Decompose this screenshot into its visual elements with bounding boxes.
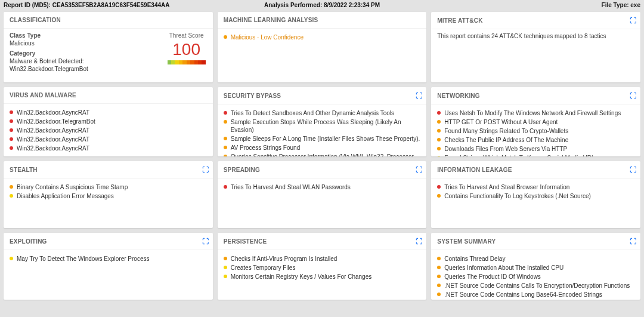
card-classification: CLASSIFICATION Class Type Malicious Cate… — [4, 12, 213, 82]
leak-list: Tries To Harvest And Steal Browser Infor… — [437, 183, 634, 200]
card-title: SECURITY BYPASS — [224, 93, 281, 99]
severity-dot — [224, 35, 227, 39]
list-item: Win32.Backdoor.AsyncRAT — [10, 109, 207, 116]
list-item: Checks The Public IP Address Of The Mach… — [437, 136, 634, 144]
expand-icon[interactable]: ⛶ — [416, 92, 420, 99]
severity-dot — [10, 185, 13, 189]
card-ml-analysis: MACHINE LEARNING ANALYSIS Malicious - Lo… — [218, 12, 427, 82]
card-title: SPREADING — [224, 167, 260, 173]
severity-dot — [224, 275, 227, 278]
list-item: Binary Contains A Suspicious Time Stamp — [10, 183, 207, 191]
list-item: Uses Netsh To Modify The Windows Network… — [437, 109, 634, 117]
severity-dot — [10, 137, 13, 141]
expand-icon[interactable]: ⛶ — [630, 17, 634, 24]
card-persistence: PERSISTENCE ⛶ Checks If Anti-Virus Progr… — [218, 233, 427, 300]
list-item-text: Checks If Anti-Virus Program Is Installe… — [231, 255, 338, 263]
expand-icon[interactable]: ⛶ — [630, 166, 634, 173]
severity-dot — [10, 128, 13, 132]
card-stealth: STEALTH ⛶ Binary Contains A Suspicious T… — [4, 161, 213, 228]
list-item: Disables Application Error Messages — [10, 192, 207, 200]
expand-icon[interactable]: ⛶ — [630, 92, 634, 99]
card-title: MACHINE LEARNING ANALYSIS — [224, 17, 318, 23]
list-item: Sample Sleeps For A Long Time (Installer… — [224, 135, 421, 143]
severity-dot — [224, 155, 227, 156]
list-item-text: Uses Netsh To Modify The Windows Network… — [444, 109, 621, 117]
card-title: CLASSIFICATION — [10, 17, 61, 23]
list-item: Malicious - Low Confidence — [224, 33, 421, 41]
list-item-text: Queries Sensitive Processor Information … — [231, 153, 421, 156]
threat-score: Threat Score 100 — [168, 32, 206, 64]
persist-list: Checks If Anti-Virus Program Is Installe… — [224, 255, 421, 281]
severity-dot — [10, 146, 13, 150]
severity-dot — [224, 111, 227, 115]
expand-icon[interactable]: ⛶ — [202, 238, 207, 245]
list-item-text: Win32.Backdoor.AsyncRAT — [17, 127, 89, 134]
expand-icon[interactable]: ⛶ — [202, 166, 207, 173]
card-title: STEALTH — [10, 167, 38, 173]
severity-dot — [437, 147, 441, 150]
severity-dot — [224, 266, 227, 269]
severity-dot — [437, 257, 441, 260]
list-item-text: Win32.Backdoor.AsyncRAT — [17, 136, 89, 143]
severity-dot — [437, 156, 441, 156]
list-item-text: Binary Contains A Suspicious Time Stamp — [17, 183, 128, 191]
list-item-text: Queries Information About The Installed … — [444, 264, 564, 272]
stealth-list: Binary Contains A Suspicious Time StampD… — [10, 183, 207, 200]
list-item-text: .NET Source Code Contains Long Base64-En… — [444, 291, 602, 298]
expand-icon[interactable]: ⛶ — [416, 238, 420, 245]
list-item-text: Win32.Backdoor.AsyncRAT — [17, 144, 89, 152]
ml-list: Malicious - Low Confidence — [224, 33, 421, 41]
severity-dot — [437, 284, 441, 287]
list-item: Win32.Backdoor.AsyncRAT — [10, 144, 207, 152]
card-title: VIRUS AND MALWARE — [10, 92, 76, 99]
list-item: Creates Temporary Files — [224, 264, 421, 272]
list-item-text: Queries The Product ID Of Windows — [444, 273, 541, 281]
list-item-text: .NET Source Code Contains Calls To Encry… — [444, 282, 630, 290]
list-item: Tries To Harvest And Steal Browser Infor… — [437, 183, 634, 191]
list-item-text: Win32.Backdoor.TelegramBot — [17, 118, 95, 125]
list-item-text: Malicious - Low Confidence — [231, 33, 304, 41]
threat-score-bar — [168, 60, 206, 64]
list-item-text: Found Many Strings Related To Crypto-Wal… — [444, 127, 568, 135]
card-title: NETWORKING — [437, 93, 479, 99]
list-item: Tries To Detect Sandboxes And Other Dyna… — [224, 109, 421, 117]
card-virus-malware: VIRUS AND MALWARE Win32.Backdoor.AsyncRA… — [4, 87, 213, 156]
report-id: Report ID (MD5): CEA5353EF5B2A8A19C63F54… — [4, 2, 169, 8]
severity-dot — [437, 129, 441, 133]
card-system-summary: SYSTEM SUMMARY ⛶ Contains Thread DelayQu… — [431, 233, 640, 300]
severity-dot — [437, 266, 441, 269]
list-item-text: Monitors Certain Registry Keys / Values … — [231, 273, 372, 281]
card-title: MITRE ATT&CK — [437, 17, 482, 24]
spreading-list: Tries To Harvest And Steal WLAN Password… — [224, 183, 421, 191]
list-item-text: AV Process Strings Found — [231, 144, 301, 152]
card-networking: NETWORKING ⛶ Uses Netsh To Modify The Wi… — [431, 87, 640, 156]
list-item-text: Tries To Harvest And Steal WLAN Password… — [231, 183, 351, 191]
threat-score-label: Threat Score — [168, 32, 206, 39]
severity-dot — [437, 275, 441, 278]
list-item-text: Sample Sleeps For A Long Time (Installer… — [231, 135, 420, 143]
severity-dot — [437, 185, 441, 189]
severity-dot — [10, 257, 13, 260]
list-item-text: Found Strings Which Match To Known Socia… — [444, 154, 597, 156]
topbar: Report ID (MD5): CEA5353EF5B2A8A19C63F54… — [0, 0, 644, 12]
list-item: .NET Source Code Contains Long Base64-En… — [437, 291, 634, 298]
list-item-text: Creates Temporary Files — [231, 264, 296, 272]
list-item: Found Many Strings Related To Crypto-Wal… — [437, 127, 634, 135]
card-mitre: MITRE ATT&CK ⛶ This report contains 24 A… — [431, 12, 640, 82]
severity-dot — [224, 146, 227, 149]
expand-icon[interactable]: ⛶ — [630, 238, 634, 245]
severity-dot — [437, 138, 441, 141]
card-info-leakage: INFORMATION LEAKAGE ⛶ Tries To Harvest A… — [431, 161, 640, 228]
severity-dot — [224, 185, 227, 189]
list-item-text: May Try To Detect The Windows Explorer P… — [17, 255, 150, 263]
card-spreading: SPREADING ⛶ Tries To Harvest And Steal W… — [218, 161, 427, 228]
list-item: HTTP GET Or POST Without A User Agent — [437, 118, 634, 126]
list-item-text: Tries To Detect Sandboxes And Other Dyna… — [231, 109, 394, 117]
list-item: Contains Functionality To Log Keystrokes… — [437, 192, 634, 200]
severity-dot — [224, 137, 227, 140]
mitre-summary: This report contains 24 ATT&CK technique… — [437, 33, 634, 39]
expand-icon[interactable]: ⛶ — [416, 166, 420, 173]
list-item: Tries To Harvest And Steal WLAN Password… — [224, 183, 421, 191]
severity-dot — [437, 111, 441, 115]
list-item: Win32.Backdoor.AsyncRAT — [10, 127, 207, 134]
